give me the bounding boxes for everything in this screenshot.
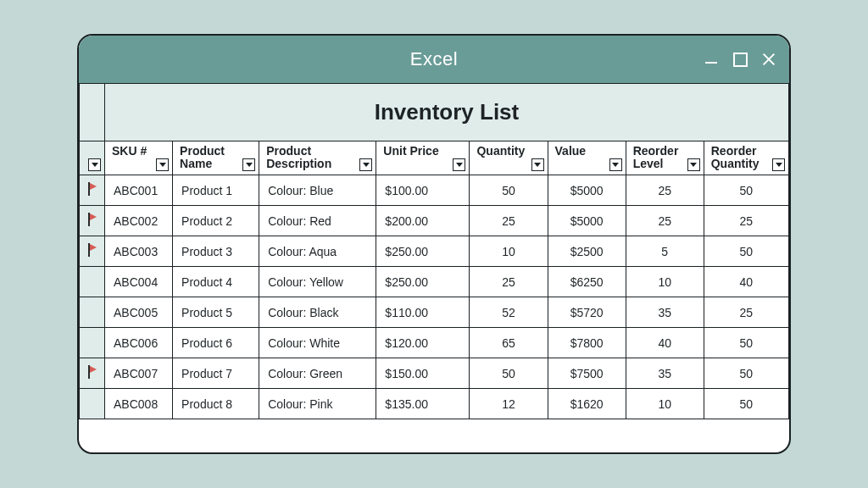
cell-unit-price[interactable]: $100.00 — [376, 175, 470, 206]
cell-reorder-level[interactable]: 25 — [626, 175, 704, 206]
cell-product-description[interactable]: Colour: White — [259, 328, 376, 358]
cell-unit-price[interactable]: $250.00 — [376, 267, 470, 297]
cell-sku[interactable]: ABC006 — [105, 328, 173, 358]
filter-button-reorder-level[interactable] — [687, 158, 700, 171]
cell-sku[interactable]: ABC002 — [105, 206, 173, 236]
cell-value[interactable]: $7500 — [548, 358, 626, 389]
cell-flag[interactable] — [80, 297, 105, 328]
cell-value[interactable]: $1620 — [548, 389, 626, 419]
cell-reorder-level[interactable]: 5 — [626, 236, 704, 267]
cell-product-description[interactable]: Colour: Yellow — [259, 267, 376, 297]
cell-quantity[interactable]: 52 — [470, 297, 548, 328]
cell-reorder-quantity[interactable]: 50 — [704, 328, 788, 358]
filter-button-reorder-quantity[interactable] — [772, 158, 785, 171]
column-header-reorder-level[interactable]: Reorder Level — [626, 141, 704, 175]
cell-reorder-level[interactable]: 35 — [626, 358, 704, 389]
cell-value[interactable]: $5720 — [548, 297, 626, 328]
cell-product-name[interactable]: Product 8 — [173, 389, 259, 419]
filter-button-quantity[interactable] — [531, 158, 544, 171]
column-header-quantity[interactable]: Quantity — [470, 141, 548, 175]
column-header-unit-price[interactable]: Unit Price — [376, 141, 470, 175]
cell-product-description[interactable]: Colour: Pink — [259, 389, 376, 419]
filter-button-value[interactable] — [609, 158, 622, 171]
cell-reorder-level[interactable]: 10 — [626, 389, 704, 419]
cell-sku[interactable]: ABC001 — [105, 175, 173, 206]
cell-flag[interactable] — [80, 175, 105, 206]
cell-value[interactable]: $5000 — [548, 206, 626, 236]
sheet-title: Inventory List — [105, 84, 789, 141]
flag-icon — [86, 213, 98, 226]
column-header-value[interactable]: Value — [548, 141, 626, 175]
column-header-product-name[interactable]: Product Name — [173, 141, 259, 175]
cell-quantity[interactable]: 50 — [470, 358, 548, 389]
cell-reorder-quantity[interactable]: 25 — [704, 206, 788, 236]
column-label: Unit Price — [383, 144, 438, 158]
cell-product-description[interactable]: Colour: Aqua — [259, 236, 376, 267]
column-header-product-description[interactable]: Product Description — [259, 141, 376, 175]
cell-product-name[interactable]: Product 3 — [173, 236, 259, 267]
cell-reorder-quantity[interactable]: 50 — [704, 236, 788, 267]
cell-quantity[interactable]: 25 — [470, 267, 548, 297]
app-title: Excel — [410, 48, 458, 70]
maximize-icon[interactable] — [732, 51, 748, 68]
close-icon[interactable] — [760, 51, 777, 68]
sheet-title-row: Inventory List — [80, 84, 789, 141]
cell-quantity[interactable]: 25 — [470, 206, 548, 236]
cell-sku[interactable]: ABC007 — [105, 358, 173, 389]
cell-unit-price[interactable]: $150.00 — [376, 358, 470, 389]
cell-reorder-quantity[interactable]: 25 — [704, 297, 788, 328]
cell-flag[interactable] — [80, 267, 105, 297]
cell-product-name[interactable]: Product 5 — [173, 297, 259, 328]
cell-reorder-quantity[interactable]: 50 — [704, 358, 788, 389]
cell-product-name[interactable]: Product 1 — [173, 175, 259, 206]
cell-product-description[interactable]: Colour: Red — [259, 206, 376, 236]
cell-flag[interactable] — [80, 236, 105, 267]
cell-product-name[interactable]: Product 4 — [173, 267, 259, 297]
column-header-flag[interactable] — [80, 141, 105, 175]
flag-icon — [86, 365, 98, 379]
cell-product-description[interactable]: Colour: Black — [259, 297, 376, 328]
cell-reorder-level[interactable]: 35 — [626, 297, 704, 328]
cell-product-name[interactable]: Product 7 — [173, 358, 259, 389]
cell-sku[interactable]: ABC003 — [105, 236, 173, 267]
cell-reorder-quantity[interactable]: 40 — [704, 267, 788, 297]
cell-quantity[interactable]: 12 — [470, 389, 548, 419]
filter-button-sku[interactable] — [156, 158, 169, 171]
cell-sku[interactable]: ABC008 — [105, 389, 173, 419]
flag-icon — [86, 243, 98, 257]
cell-flag[interactable] — [80, 389, 105, 419]
cell-reorder-quantity[interactable]: 50 — [704, 389, 788, 419]
filter-button-flag[interactable] — [88, 158, 101, 171]
filter-button-product-description[interactable] — [359, 158, 372, 171]
minimize-icon[interactable] — [703, 51, 720, 68]
cell-unit-price[interactable]: $120.00 — [376, 328, 470, 358]
cell-product-description[interactable]: Colour: Blue — [259, 175, 376, 206]
cell-unit-price[interactable]: $200.00 — [376, 206, 470, 236]
cell-product-name[interactable]: Product 2 — [173, 206, 259, 236]
cell-product-name[interactable]: Product 6 — [173, 328, 259, 358]
cell-unit-price[interactable]: $110.00 — [376, 297, 470, 328]
cell-quantity[interactable]: 10 — [470, 236, 548, 267]
cell-unit-price[interactable]: $135.00 — [376, 389, 470, 419]
cell-reorder-level[interactable]: 10 — [626, 267, 704, 297]
cell-flag[interactable] — [80, 358, 105, 389]
cell-value[interactable]: $7800 — [548, 328, 626, 358]
filter-button-product-name[interactable] — [242, 158, 255, 171]
cell-reorder-quantity[interactable]: 50 — [704, 175, 788, 206]
cell-reorder-level[interactable]: 25 — [626, 206, 704, 236]
cell-quantity[interactable]: 50 — [470, 175, 548, 206]
cell-sku[interactable]: ABC005 — [105, 297, 173, 328]
cell-value[interactable]: $5000 — [548, 175, 626, 206]
column-header-sku[interactable]: SKU # — [105, 141, 173, 175]
cell-product-description[interactable]: Colour: Green — [259, 358, 376, 389]
cell-quantity[interactable]: 65 — [470, 328, 548, 358]
cell-sku[interactable]: ABC004 — [105, 267, 173, 297]
cell-reorder-level[interactable]: 40 — [626, 328, 704, 358]
cell-flag[interactable] — [80, 206, 105, 236]
cell-unit-price[interactable]: $250.00 — [376, 236, 470, 267]
cell-flag[interactable] — [80, 328, 105, 358]
column-header-reorder-quantity[interactable]: Reorder Quantity — [704, 141, 788, 175]
cell-value[interactable]: $6250 — [548, 267, 626, 297]
cell-value[interactable]: $2500 — [548, 236, 626, 267]
filter-button-unit-price[interactable] — [453, 158, 465, 171]
